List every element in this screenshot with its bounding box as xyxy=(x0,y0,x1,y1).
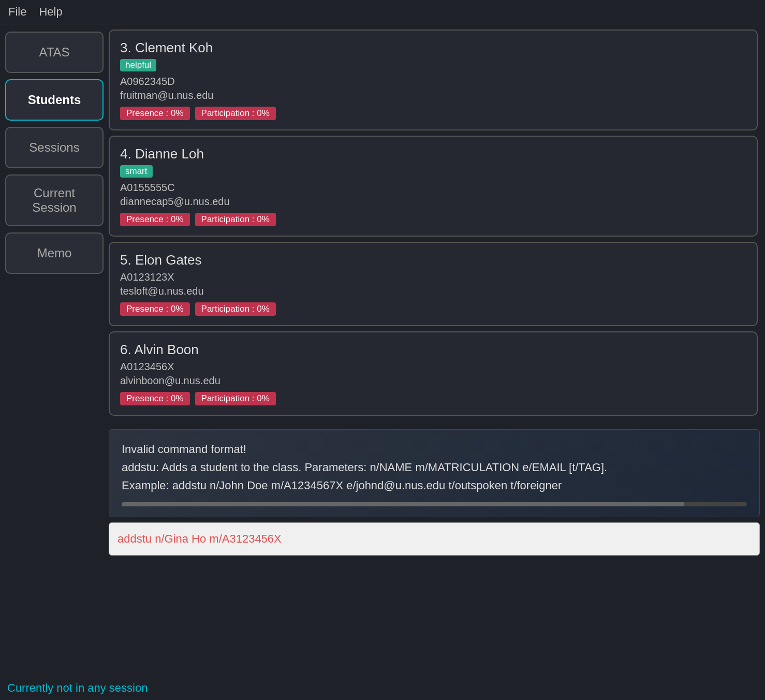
sidebar-btn-sessions[interactable]: Sessions xyxy=(5,127,104,168)
student-email: fruitman@u.nus.edu xyxy=(120,90,746,101)
command-input[interactable] xyxy=(109,522,760,556)
presence-badge: Presence : 0% xyxy=(120,392,190,405)
presence-badge: Presence : 0% xyxy=(120,213,190,226)
input-area xyxy=(109,522,760,556)
student-name: 3. Clement Koh xyxy=(120,40,746,56)
student-email: tesloft@u.nus.edu xyxy=(120,285,746,297)
student-tag: helpful xyxy=(120,59,156,71)
participation-badge: Participation : 0% xyxy=(195,302,276,316)
student-list[interactable]: 3. Clement KohhelpfulA0962345Dfruitman@u… xyxy=(109,30,760,423)
sidebar: ATASStudentsSessionsCurrent SessionMemo xyxy=(5,30,104,671)
main-layout: ATASStudentsSessionsCurrent SessionMemo … xyxy=(0,24,765,676)
sidebar-btn-atas[interactable]: ATAS xyxy=(5,32,104,73)
student-card: 3. Clement KohhelpfulA0962345Dfruitman@u… xyxy=(109,30,758,130)
sidebar-btn-current-session[interactable]: Current Session xyxy=(5,174,104,226)
output-progress-fill xyxy=(122,502,684,506)
student-card: 6. Alvin BoonA0123456Xalvinboon@u.nus.ed… xyxy=(109,331,758,416)
student-matric: A0123456X xyxy=(120,361,746,373)
student-stats: Presence : 0%Participation : 0% xyxy=(120,392,746,405)
student-card: 5. Elon GatesA0123123Xtesloft@u.nus.eduP… xyxy=(109,242,758,326)
output-line1: Invalid command format! xyxy=(122,440,747,458)
output-line3: Example: addstu n/John Doe m/A1234567X e… xyxy=(122,476,747,494)
student-name: 4. Dianne Loh xyxy=(120,146,746,162)
student-matric: A0123123X xyxy=(120,271,746,283)
output-line2: addstu: Adds a student to the class. Par… xyxy=(122,458,747,476)
student-card: 4. Dianne LohsmartA0155555Cdiannecap5@u.… xyxy=(109,136,758,237)
sidebar-btn-students[interactable]: Students xyxy=(5,79,104,121)
presence-badge: Presence : 0% xyxy=(120,107,190,120)
presence-badge: Presence : 0% xyxy=(120,302,190,316)
student-matric: A0155555C xyxy=(120,182,746,194)
participation-badge: Participation : 0% xyxy=(195,213,276,226)
menu-bar: File Help xyxy=(0,0,765,24)
student-tag: smart xyxy=(120,165,153,178)
student-name: 5. Elon Gates xyxy=(120,252,746,268)
student-stats: Presence : 0%Participation : 0% xyxy=(120,213,746,226)
menu-file[interactable]: File xyxy=(8,5,26,19)
output-panel: Invalid command format! addstu: Adds a s… xyxy=(109,429,760,517)
student-stats: Presence : 0%Participation : 0% xyxy=(120,302,746,316)
student-name: 6. Alvin Boon xyxy=(120,342,746,358)
status-text: Currently not in any session xyxy=(7,681,148,694)
student-email: alvinboon@u.nus.edu xyxy=(120,375,746,387)
sidebar-btn-memo[interactable]: Memo xyxy=(5,232,104,274)
content-area: 3. Clement KohhelpfulA0962345Dfruitman@u… xyxy=(109,30,760,671)
status-bar: Currently not in any session xyxy=(0,676,765,700)
participation-badge: Participation : 0% xyxy=(195,392,276,405)
student-stats: Presence : 0%Participation : 0% xyxy=(120,107,746,120)
output-progress-bar xyxy=(122,502,747,506)
menu-help[interactable]: Help xyxy=(39,5,62,19)
student-email: diannecap5@u.nus.edu xyxy=(120,196,746,208)
participation-badge: Participation : 0% xyxy=(195,107,276,120)
student-matric: A0962345D xyxy=(120,76,746,88)
